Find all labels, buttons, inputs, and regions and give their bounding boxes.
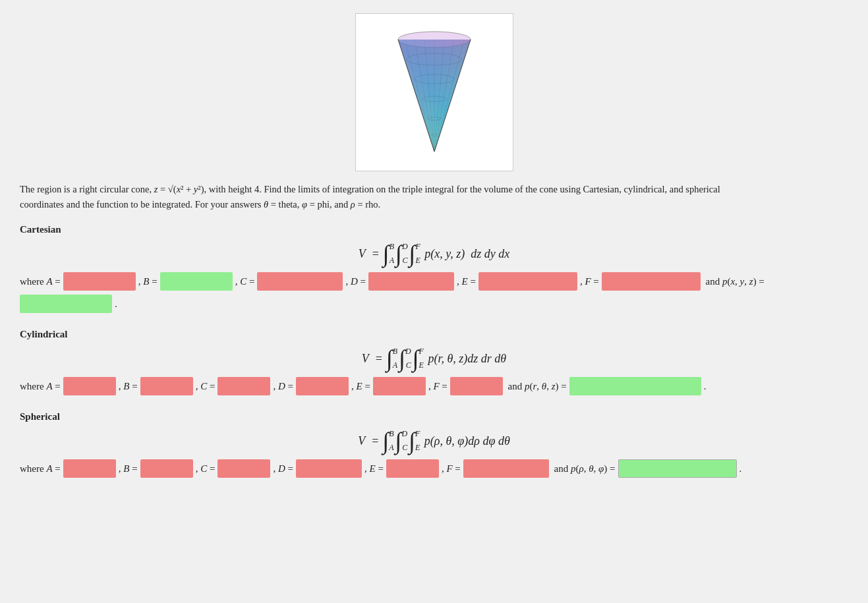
cylindrical-b-label: , B = (119, 381, 138, 392)
cylindrical-int2: ∫ D C (399, 347, 411, 370)
cylindrical-title: Cylindrical (20, 329, 848, 340)
spherical-b-input[interactable] (140, 459, 193, 478)
cylindrical-c-label: , C = (196, 381, 216, 392)
cylindrical-c-input[interactable] (217, 377, 270, 395)
spherical-period: . (739, 463, 742, 474)
cylindrical-d-input[interactable] (296, 377, 349, 395)
cartesian-p-value-row: . (20, 295, 848, 313)
spherical-e-input[interactable] (386, 459, 439, 478)
cylindrical-f-input[interactable] (450, 377, 503, 395)
cartesian-d-input[interactable] (368, 272, 454, 291)
cartesian-and-p-label: and p(x, y, z) = (703, 276, 765, 287)
spherical-where-row: where A = , B = , C = , D = , E = , F = … (20, 459, 848, 478)
spherical-c-label: , C = (196, 463, 216, 474)
cartesian-where-row: where A = , B = , C = , D = , E = , F = … (20, 272, 848, 291)
cartesian-p-input[interactable] (20, 295, 112, 313)
cylindrical-integral-formula: V = ∫ B A ∫ D C ∫ F E (20, 347, 848, 370)
spherical-a-input[interactable] (63, 459, 116, 478)
spherical-e-label: , E = (364, 463, 384, 474)
cartesian-where-label: where A = (20, 276, 61, 287)
spherical-b-label: , B = (119, 463, 138, 474)
cartesian-c-input[interactable] (257, 272, 343, 291)
cartesian-section: Cartesian V = ∫ B A ∫ D C (20, 224, 848, 313)
cartesian-f-input[interactable] (602, 272, 701, 291)
cylindrical-f-label: , F = (428, 381, 448, 392)
cylindrical-section: Cylindrical V = ∫ B A ∫ D C ∫ (20, 329, 848, 395)
cartesian-a-input[interactable] (63, 272, 136, 291)
cartesian-period: . (115, 299, 117, 310)
cylindrical-period: . (704, 381, 707, 392)
spherical-f-input[interactable] (463, 459, 549, 478)
cartesian-d-label: , D = (345, 276, 366, 287)
spherical-d-input[interactable] (296, 459, 362, 478)
cylindrical-e-label: , E = (351, 381, 370, 392)
cartesian-e-label: , E = (457, 276, 476, 287)
main-page: The region is a right circular cone, z =… (20, 13, 848, 478)
cartesian-title: Cartesian (20, 224, 848, 235)
description-text: The region is a right circular cone, z =… (20, 182, 848, 212)
cartesian-int3: ∫ F E (409, 242, 420, 266)
cylindrical-e-input[interactable] (373, 377, 426, 395)
cartesian-b-label: , B = (138, 276, 158, 287)
cylindrical-and-p-label: and p(r, θ, z) = (506, 381, 567, 392)
cone-image (355, 13, 513, 171)
cylindrical-b-input[interactable] (140, 377, 193, 395)
cartesian-c-label: , C = (235, 276, 255, 287)
spherical-f-label: , F = (442, 463, 461, 474)
spherical-c-input[interactable] (217, 459, 270, 478)
spherical-int3: ∫ F E (409, 429, 420, 453)
cylindrical-d-label: , D = (273, 381, 293, 392)
cylindrical-where-row: where A = , B = , C = , D = , E = , F = … (20, 377, 848, 395)
spherical-v: V (358, 434, 365, 448)
spherical-p-input[interactable] (618, 459, 737, 478)
spherical-where-label: where A = (20, 463, 61, 474)
cylindrical-where-label: where A = (20, 381, 61, 392)
spherical-title: Spherical (20, 411, 848, 422)
spherical-d-label: , D = (273, 463, 293, 474)
cylindrical-a-input[interactable] (63, 377, 116, 395)
cartesian-b-input[interactable] (160, 272, 233, 291)
spherical-int2: ∫ D C (395, 429, 408, 453)
cylindrical-int3: ∫ F E (413, 347, 424, 370)
cylindrical-v: V (362, 352, 369, 366)
spherical-and-p-label: and p(ρ, θ, φ) = (552, 463, 616, 474)
spherical-section: Spherical V = ∫ B A ∫ D C ∫ (20, 411, 848, 478)
cartesian-int2: ∫ D C (395, 242, 408, 266)
spherical-integral-formula: V = ∫ B A ∫ D C ∫ F E (20, 429, 848, 453)
cone-image-container (20, 13, 848, 171)
cylindrical-p-input[interactable] (569, 377, 701, 395)
spherical-int1: ∫ B A (382, 429, 393, 453)
cartesian-e-input[interactable] (478, 272, 577, 291)
cylindrical-int1: ∫ B A (386, 347, 397, 370)
cartesian-f-label: , F = (580, 276, 599, 287)
cartesian-v: V (359, 247, 366, 261)
cartesian-integral-formula: V = ∫ B A ∫ D C ∫ F (20, 242, 848, 266)
cartesian-int1: ∫ B A (383, 242, 394, 266)
